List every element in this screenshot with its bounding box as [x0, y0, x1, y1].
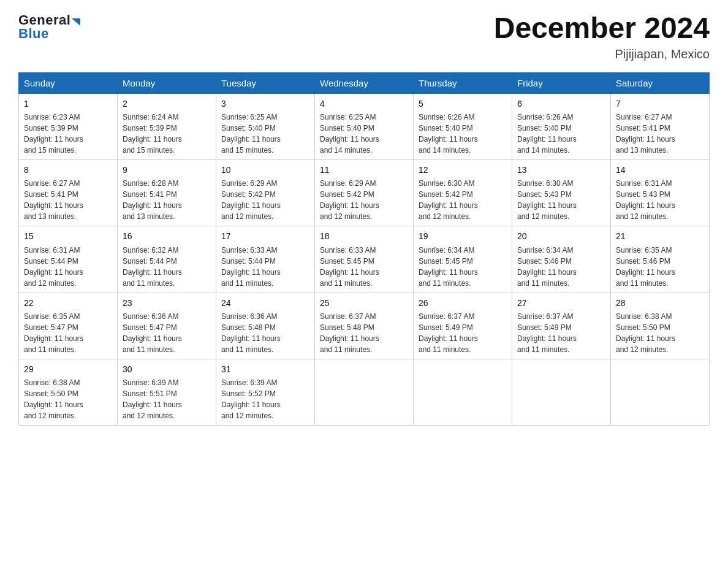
day-info: Sunrise: 6:33 AMSunset: 5:45 PMDaylight:… [320, 245, 408, 289]
day-info: Sunrise: 6:29 AMSunset: 5:42 PMDaylight:… [320, 178, 408, 222]
day-info: Sunrise: 6:38 AMSunset: 5:50 PMDaylight:… [616, 311, 704, 355]
calendar-week-row-2: 8Sunrise: 6:27 AMSunset: 5:41 PMDaylight… [19, 160, 710, 226]
day-number: 31 [221, 363, 309, 375]
day-info: Sunrise: 6:39 AMSunset: 5:52 PMDaylight:… [221, 377, 309, 421]
calendar-cell: 21Sunrise: 6:35 AMSunset: 5:46 PMDayligh… [611, 226, 710, 293]
day-number: 23 [123, 297, 211, 309]
calendar-cell: 10Sunrise: 6:29 AMSunset: 5:42 PMDayligh… [216, 160, 315, 226]
calendar-cell: 30Sunrise: 6:39 AMSunset: 5:51 PMDayligh… [118, 359, 216, 425]
day-number: 9 [123, 164, 211, 176]
day-number: 19 [419, 230, 507, 242]
calendar-cell: 26Sunrise: 6:37 AMSunset: 5:49 PMDayligh… [414, 293, 512, 359]
day-number: 11 [320, 164, 408, 176]
calendar-cell: 14Sunrise: 6:31 AMSunset: 5:43 PMDayligh… [611, 160, 710, 226]
calendar-cell: 17Sunrise: 6:33 AMSunset: 5:44 PMDayligh… [216, 226, 315, 293]
day-number: 15 [24, 230, 112, 242]
calendar-cell [512, 359, 611, 425]
day-number: 22 [24, 297, 112, 309]
month-title: December 2024 [494, 12, 710, 45]
day-number: 26 [419, 297, 507, 309]
calendar-cell: 24Sunrise: 6:36 AMSunset: 5:48 PMDayligh… [216, 293, 315, 359]
calendar-cell: 16Sunrise: 6:32 AMSunset: 5:44 PMDayligh… [118, 226, 216, 293]
calendar-cell: 2Sunrise: 6:24 AMSunset: 5:39 PMDaylight… [118, 93, 216, 159]
page-header: General Blue December 2024 Pijijiapan, M… [18, 12, 710, 61]
day-info: Sunrise: 6:35 AMSunset: 5:47 PMDaylight:… [24, 311, 112, 355]
title-section: December 2024 Pijijiapan, Mexico [494, 12, 710, 61]
day-info: Sunrise: 6:26 AMSunset: 5:40 PMDaylight:… [517, 112, 605, 156]
logo: General Blue [18, 12, 80, 42]
day-info: Sunrise: 6:30 AMSunset: 5:42 PMDaylight:… [419, 178, 507, 222]
calendar-week-row-3: 15Sunrise: 6:31 AMSunset: 5:44 PMDayligh… [19, 226, 710, 293]
day-info: Sunrise: 6:39 AMSunset: 5:51 PMDaylight:… [123, 377, 211, 421]
day-info: Sunrise: 6:24 AMSunset: 5:39 PMDaylight:… [123, 112, 211, 156]
calendar-cell: 13Sunrise: 6:30 AMSunset: 5:43 PMDayligh… [512, 160, 611, 226]
day-info: Sunrise: 6:34 AMSunset: 5:45 PMDaylight:… [419, 245, 507, 289]
day-info: Sunrise: 6:31 AMSunset: 5:44 PMDaylight:… [24, 245, 112, 289]
calendar-cell: 11Sunrise: 6:29 AMSunset: 5:42 PMDayligh… [315, 160, 414, 226]
calendar-cell: 31Sunrise: 6:39 AMSunset: 5:52 PMDayligh… [216, 359, 315, 425]
day-number: 2 [123, 98, 211, 110]
day-number: 8 [24, 164, 112, 176]
day-info: Sunrise: 6:37 AMSunset: 5:48 PMDaylight:… [320, 311, 408, 355]
calendar-cell: 6Sunrise: 6:26 AMSunset: 5:40 PMDaylight… [512, 93, 611, 159]
calendar-cell: 4Sunrise: 6:25 AMSunset: 5:40 PMDaylight… [315, 93, 414, 159]
day-number: 18 [320, 230, 408, 242]
day-info: Sunrise: 6:37 AMSunset: 5:49 PMDaylight:… [517, 311, 605, 355]
day-number: 1 [24, 98, 112, 110]
calendar-week-row-4: 22Sunrise: 6:35 AMSunset: 5:47 PMDayligh… [19, 293, 710, 359]
calendar-cell: 9Sunrise: 6:28 AMSunset: 5:41 PMDaylight… [118, 160, 216, 226]
day-number: 10 [221, 164, 309, 176]
day-info: Sunrise: 6:36 AMSunset: 5:47 PMDaylight:… [123, 311, 211, 355]
calendar-cell [414, 359, 512, 425]
calendar-cell: 22Sunrise: 6:35 AMSunset: 5:47 PMDayligh… [19, 293, 118, 359]
calendar-header-tuesday: Tuesday [216, 72, 315, 93]
day-number: 13 [517, 164, 605, 176]
day-info: Sunrise: 6:32 AMSunset: 5:44 PMDaylight:… [123, 245, 211, 289]
calendar-header-saturday: Saturday [611, 72, 710, 93]
calendar-table: SundayMondayTuesdayWednesdayThursdayFrid… [18, 72, 710, 426]
day-info: Sunrise: 6:37 AMSunset: 5:49 PMDaylight:… [419, 311, 507, 355]
calendar-cell: 8Sunrise: 6:27 AMSunset: 5:41 PMDaylight… [19, 160, 118, 226]
calendar-cell: 15Sunrise: 6:31 AMSunset: 5:44 PMDayligh… [19, 226, 118, 293]
calendar-cell: 3Sunrise: 6:25 AMSunset: 5:40 PMDaylight… [216, 93, 315, 159]
calendar-cell: 27Sunrise: 6:37 AMSunset: 5:49 PMDayligh… [512, 293, 611, 359]
day-number: 30 [123, 363, 211, 375]
logo-arrow-icon [72, 18, 80, 26]
calendar-header-friday: Friday [512, 72, 611, 93]
calendar-cell: 29Sunrise: 6:38 AMSunset: 5:50 PMDayligh… [19, 359, 118, 425]
day-info: Sunrise: 6:27 AMSunset: 5:41 PMDaylight:… [616, 112, 704, 156]
calendar-header-monday: Monday [118, 72, 216, 93]
calendar-cell: 20Sunrise: 6:34 AMSunset: 5:46 PMDayligh… [512, 226, 611, 293]
day-number: 6 [517, 98, 605, 110]
day-info: Sunrise: 6:27 AMSunset: 5:41 PMDaylight:… [24, 178, 112, 222]
day-number: 20 [517, 230, 605, 242]
calendar-header-sunday: Sunday [19, 72, 118, 93]
calendar-cell: 23Sunrise: 6:36 AMSunset: 5:47 PMDayligh… [118, 293, 216, 359]
logo-blue-text: Blue [18, 26, 49, 42]
calendar-header-thursday: Thursday [414, 72, 512, 93]
day-number: 14 [616, 164, 704, 176]
calendar-cell: 5Sunrise: 6:26 AMSunset: 5:40 PMDaylight… [414, 93, 512, 159]
day-number: 5 [419, 98, 507, 110]
day-info: Sunrise: 6:36 AMSunset: 5:48 PMDaylight:… [221, 311, 309, 355]
day-info: Sunrise: 6:25 AMSunset: 5:40 PMDaylight:… [320, 112, 408, 156]
day-info: Sunrise: 6:29 AMSunset: 5:42 PMDaylight:… [221, 178, 309, 222]
day-number: 4 [320, 98, 408, 110]
calendar-cell: 1Sunrise: 6:23 AMSunset: 5:39 PMDaylight… [19, 93, 118, 159]
day-number: 21 [616, 230, 704, 242]
calendar-cell: 18Sunrise: 6:33 AMSunset: 5:45 PMDayligh… [315, 226, 414, 293]
calendar-cell [611, 359, 710, 425]
day-number: 12 [419, 164, 507, 176]
day-info: Sunrise: 6:28 AMSunset: 5:41 PMDaylight:… [123, 178, 211, 222]
calendar-header-row: SundayMondayTuesdayWednesdayThursdayFrid… [19, 72, 710, 93]
day-info: Sunrise: 6:35 AMSunset: 5:46 PMDaylight:… [616, 245, 704, 289]
calendar-header-wednesday: Wednesday [315, 72, 414, 93]
day-info: Sunrise: 6:25 AMSunset: 5:40 PMDaylight:… [221, 112, 309, 156]
day-info: Sunrise: 6:34 AMSunset: 5:46 PMDaylight:… [517, 245, 605, 289]
calendar-cell: 7Sunrise: 6:27 AMSunset: 5:41 PMDaylight… [611, 93, 710, 159]
calendar-cell: 28Sunrise: 6:38 AMSunset: 5:50 PMDayligh… [611, 293, 710, 359]
day-info: Sunrise: 6:33 AMSunset: 5:44 PMDaylight:… [221, 245, 309, 289]
calendar-week-row-5: 29Sunrise: 6:38 AMSunset: 5:50 PMDayligh… [19, 359, 710, 425]
day-info: Sunrise: 6:31 AMSunset: 5:43 PMDaylight:… [616, 178, 704, 222]
day-number: 27 [517, 297, 605, 309]
